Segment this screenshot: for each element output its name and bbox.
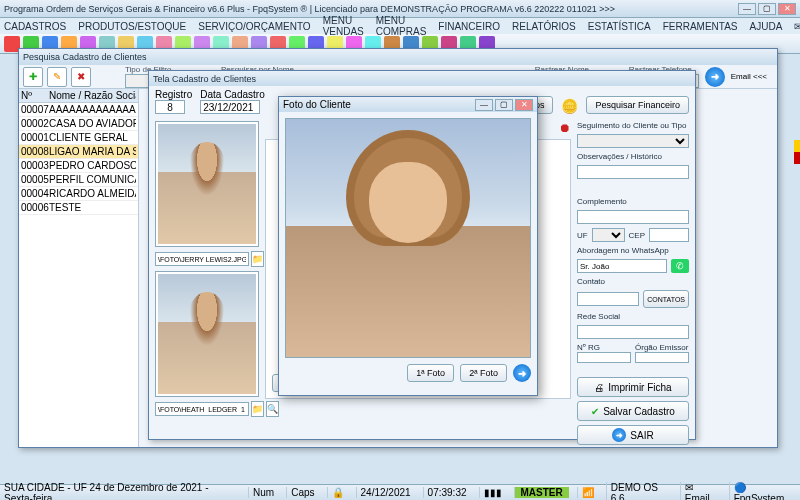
- whatsapp-icon[interactable]: ✆: [671, 259, 689, 273]
- status-email-icon[interactable]: ✉ Email: [680, 482, 721, 501]
- uf-select[interactable]: [592, 228, 625, 242]
- rg-input[interactable]: [577, 352, 631, 363]
- date-input[interactable]: [200, 100, 260, 114]
- status-fpq[interactable]: 🔵 FpqSystem: [729, 482, 796, 501]
- print-button[interactable]: 🖨Imprimir Ficha: [577, 377, 689, 397]
- menu-vendas[interactable]: MENU VENDAS: [323, 15, 364, 37]
- status-bar-icon: ▮▮▮: [479, 487, 506, 498]
- email-button[interactable]: ✉ E-MAIL: [794, 15, 800, 37]
- cep-label: CEP: [629, 231, 645, 240]
- rede-input[interactable]: [577, 325, 689, 339]
- status-master: MASTER: [514, 487, 569, 498]
- rede-label: Rede Social: [577, 312, 689, 321]
- status-signal-icon: 📶: [577, 487, 598, 498]
- exit-arrow-icon: ➜: [612, 428, 626, 442]
- first-photo-button[interactable]: 1ª Foto: [407, 364, 454, 382]
- orgao-input[interactable]: [635, 352, 689, 363]
- menu-ajuda[interactable]: AJUDA: [750, 21, 783, 32]
- photo-dialog-title: Foto do Cliente: [283, 99, 475, 110]
- photo-2: [155, 271, 259, 397]
- search-finance-button[interactable]: Pesquisar Financeiro: [586, 96, 689, 114]
- status-caps: Caps: [286, 487, 318, 498]
- photo1-pick-button[interactable]: 📁: [251, 251, 264, 267]
- menu-ferramentas[interactable]: FERRAMENTAS: [663, 21, 738, 32]
- printer-icon: 🖨: [594, 382, 604, 393]
- photo-1: [155, 121, 259, 247]
- status-date: 24/12/2021: [356, 487, 415, 498]
- client-row[interactable]: 00001CLIENTE GERAL: [19, 131, 138, 145]
- close-button[interactable]: ✕: [778, 3, 796, 15]
- client-row[interactable]: 00005PERFIL COMUNICAÇÃO: [19, 173, 138, 187]
- status-lock-icon: 🔒: [327, 487, 348, 498]
- status-location: SUA CIDADE - UF 24 de Dezembro de 2021 -…: [4, 482, 232, 501]
- whats-label: Abordagem no WhatsApp: [577, 246, 689, 255]
- photo-dialog: Foto do Cliente — ▢ ✕ 1ª Foto 2ª Foto ➜: [278, 96, 538, 396]
- client-row[interactable]: 00008LIGAO MARIA DA SILVA: [19, 145, 138, 159]
- menu-relatorios[interactable]: RELATÓRIOS: [512, 21, 576, 32]
- client-row[interactable]: 00004RICARDO ALMEIDA: [19, 187, 138, 201]
- rec-toggle-icon[interactable]: ⏺: [559, 121, 571, 135]
- photo2-pick-button[interactable]: 📁: [251, 401, 264, 417]
- email-col-label: Email <<<: [731, 72, 767, 81]
- client-photo-large: [285, 118, 531, 358]
- second-photo-button[interactable]: 2ª Foto: [460, 364, 507, 382]
- date-label: Data Cadastro: [200, 89, 264, 100]
- photo1-path[interactable]: [155, 252, 249, 266]
- minimize-button[interactable]: —: [738, 3, 756, 15]
- status-demo: DEMO OS 6.6: [606, 482, 672, 501]
- client-row[interactable]: 00002CASA DO AVIADOR: [19, 117, 138, 131]
- contato-input[interactable]: [577, 292, 639, 306]
- check-icon: ✔: [591, 406, 599, 417]
- app-title: Programa Ordem de Serviços Gerais & Fina…: [4, 4, 738, 14]
- statusbar: SUA CIDADE - UF 24 de Dezembro de 2021 -…: [0, 484, 800, 500]
- cep-input[interactable]: [649, 228, 689, 242]
- delete-button[interactable]: ✖: [71, 67, 91, 87]
- photo-next-button[interactable]: ➜: [513, 364, 531, 382]
- flag-red: [794, 152, 800, 164]
- contato-label: Contato: [577, 277, 689, 286]
- col-num: Nº: [21, 90, 49, 101]
- followup-select[interactable]: [577, 134, 689, 148]
- obs-label: Observações / Histórico: [577, 152, 689, 161]
- compl-input[interactable]: [577, 210, 689, 224]
- edit-button[interactable]: ✎: [47, 67, 67, 87]
- menu-financeiro[interactable]: FINANCEIRO: [438, 21, 500, 32]
- pd-close-button[interactable]: ✕: [515, 99, 533, 111]
- client-row[interactable]: 00003PEDRO CARDOSO DE ME: [19, 159, 138, 173]
- orgao-label: Órgão Emissor: [635, 343, 689, 352]
- pd-minimize-button[interactable]: —: [475, 99, 493, 111]
- contatos-button[interactable]: CONTATOS: [643, 290, 689, 308]
- menu-servico[interactable]: SERVIÇO/ORÇAMENTO: [198, 21, 310, 32]
- menu-produtos[interactable]: PRODUTOS/ESTOQUE: [78, 21, 186, 32]
- status-num: Num: [248, 487, 278, 498]
- pd-maximize-button[interactable]: ▢: [495, 99, 513, 111]
- menubar: CADASTROS PRODUTOS/ESTOQUE SERVIÇO/ORÇAM…: [0, 18, 800, 34]
- detail-window-title: Tela Cadastro de Clientes: [149, 71, 695, 86]
- menu-estatistica[interactable]: ESTATÍSTICA: [588, 21, 651, 32]
- whats-input[interactable]: [577, 259, 667, 273]
- add-button[interactable]: ✚: [23, 67, 43, 87]
- col-name: Nome / Razão Social: [49, 90, 136, 101]
- compl-label: Complemento: [577, 197, 689, 206]
- client-row[interactable]: 00006TESTE: [19, 201, 138, 215]
- status-time: 07:39:32: [423, 487, 471, 498]
- client-list: NºNome / Razão Social 00007AAAAAAAAAAAAA…: [19, 89, 139, 447]
- search-go-button[interactable]: ➜: [705, 67, 725, 87]
- menu-compras[interactable]: MENU COMPRAS: [376, 15, 427, 37]
- maximize-button[interactable]: ▢: [758, 3, 776, 15]
- followup-label: Seguimento do Cliente ou Tipo: [577, 121, 689, 130]
- rg-label: Nº RG: [577, 343, 631, 352]
- menu-cadastros[interactable]: CADASTROS: [4, 21, 66, 32]
- obs-input[interactable]: [577, 165, 689, 179]
- reg-label: Registro: [155, 89, 192, 100]
- photo2-path[interactable]: [155, 402, 249, 416]
- uf-label: UF: [577, 231, 588, 240]
- coin-icon: 🪙: [561, 98, 578, 114]
- flag-yellow: [794, 140, 800, 152]
- exit-button[interactable]: ➜SAIR: [577, 425, 689, 445]
- save-button[interactable]: ✔Salvar Cadastro: [577, 401, 689, 421]
- reg-input[interactable]: [155, 100, 185, 114]
- client-row[interactable]: 00007AAAAAAAAAAAAAAAAA: [19, 103, 138, 117]
